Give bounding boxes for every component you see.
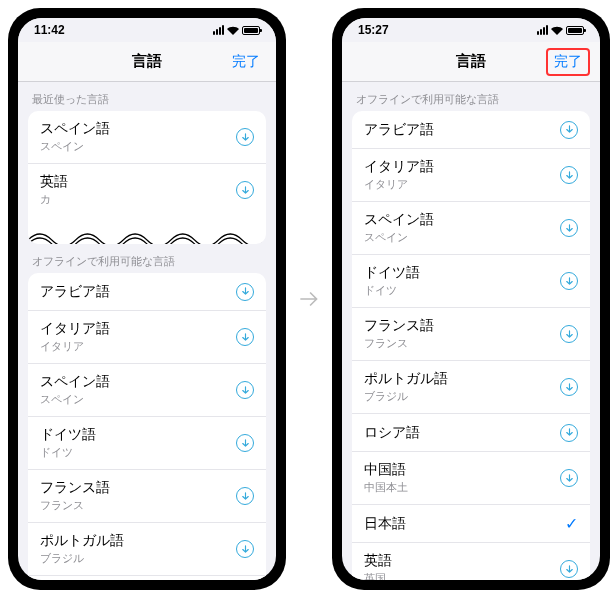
language-name: 日本語	[364, 515, 406, 533]
language-name: ドイツ語	[40, 426, 96, 444]
language-row[interactable]: アラビア語	[352, 111, 590, 149]
language-name: イタリア語	[40, 320, 110, 338]
signal-icon	[537, 25, 548, 35]
language-row[interactable]: 中国語中国本土	[352, 452, 590, 505]
language-name: 英語	[40, 173, 68, 191]
language-sub: ドイツ	[364, 283, 420, 298]
language-row[interactable]: ロシア語	[352, 414, 590, 452]
nav-title: 言語	[456, 52, 486, 71]
section-offline-header: オフラインで利用可能な言語	[18, 244, 276, 273]
download-icon[interactable]	[236, 540, 254, 558]
language-row[interactable]: ドイツ語ドイツ	[28, 417, 266, 470]
phone-left: 11:42 言語 完了 最近使った言語 スペイン語スペイン英語カ オフラインで利…	[8, 8, 286, 590]
download-icon[interactable]	[560, 469, 578, 487]
download-icon[interactable]	[560, 166, 578, 184]
language-row[interactable]: 英語カ	[28, 164, 266, 216]
language-sub: 英国	[364, 571, 392, 580]
language-row[interactable]: イタリア語イタリア	[28, 311, 266, 364]
language-row[interactable]: 英語英国	[352, 543, 590, 580]
download-icon[interactable]	[236, 487, 254, 505]
language-name: スペイン語	[364, 211, 434, 229]
nav-bar: 言語 完了	[342, 42, 600, 82]
done-button[interactable]: 完了	[226, 50, 266, 74]
wifi-icon	[551, 26, 563, 35]
language-sub: スペイン	[40, 139, 110, 154]
download-icon[interactable]	[560, 219, 578, 237]
signal-icon	[213, 25, 224, 35]
language-row[interactable]: ポルトガル語ブラジル	[352, 361, 590, 414]
language-name: ロシア語	[364, 424, 420, 442]
language-sub: スペイン	[40, 392, 110, 407]
status-bar: 11:42	[18, 18, 276, 42]
section-recent-header: 最近使った言語	[18, 82, 276, 111]
done-button[interactable]: 完了	[546, 48, 590, 76]
language-row[interactable]: ロシア語	[28, 576, 266, 580]
language-sub: スペイン	[364, 230, 434, 245]
download-icon[interactable]	[560, 121, 578, 139]
language-name: ドイツ語	[364, 264, 420, 282]
language-row[interactable]: ポルトガル語ブラジル	[28, 523, 266, 576]
nav-bar: 言語 完了	[18, 42, 276, 82]
language-row[interactable]: 日本語✓	[352, 505, 590, 543]
download-icon[interactable]	[236, 283, 254, 301]
language-sub: イタリア	[364, 177, 434, 192]
download-icon[interactable]	[560, 424, 578, 442]
language-sub: イタリア	[40, 339, 110, 354]
language-name: イタリア語	[364, 158, 434, 176]
language-sub: カ	[40, 192, 68, 207]
download-icon[interactable]	[236, 434, 254, 452]
time: 15:27	[358, 23, 389, 37]
language-sub: ブラジル	[364, 389, 448, 404]
status-bar: 15:27	[342, 18, 600, 42]
language-sub: ドイツ	[40, 445, 96, 460]
time: 11:42	[34, 23, 65, 37]
battery-icon	[566, 26, 584, 35]
battery-icon	[242, 26, 260, 35]
language-name: フランス語	[364, 317, 434, 335]
language-sub: フランス	[40, 498, 110, 513]
language-name: ポルトガル語	[40, 532, 124, 550]
download-icon[interactable]	[236, 381, 254, 399]
check-icon: ✓	[565, 514, 578, 533]
language-row[interactable]: スペイン語スペイン	[28, 364, 266, 417]
download-icon[interactable]	[560, 378, 578, 396]
language-row[interactable]: フランス語フランス	[28, 470, 266, 523]
nav-title: 言語	[132, 52, 162, 71]
download-icon[interactable]	[236, 328, 254, 346]
section-offline-header: オフラインで利用可能な言語	[342, 82, 600, 111]
language-sub: ブラジル	[40, 551, 124, 566]
download-icon[interactable]	[560, 325, 578, 343]
language-name: スペイン語	[40, 373, 110, 391]
torn-divider	[28, 216, 266, 244]
phone-right: 15:27 言語 完了 オフラインで利用可能な言語 アラビア語イタリア語イタリア…	[332, 8, 610, 590]
language-name: アラビア語	[40, 283, 110, 301]
wifi-icon	[227, 26, 239, 35]
language-row[interactable]: アラビア語	[28, 273, 266, 311]
language-row[interactable]: ドイツ語ドイツ	[352, 255, 590, 308]
language-sub: フランス	[364, 336, 434, 351]
language-row[interactable]: スペイン語スペイン	[352, 202, 590, 255]
language-name: スペイン語	[40, 120, 110, 138]
language-name: ポルトガル語	[364, 370, 448, 388]
language-row[interactable]: イタリア語イタリア	[352, 149, 590, 202]
download-icon[interactable]	[560, 272, 578, 290]
transition-arrow-icon	[294, 286, 324, 312]
download-icon[interactable]	[560, 560, 578, 578]
language-name: 英語	[364, 552, 392, 570]
language-name: フランス語	[40, 479, 110, 497]
language-name: 中国語	[364, 461, 408, 479]
language-row[interactable]: スペイン語スペイン	[28, 111, 266, 164]
download-icon[interactable]	[236, 181, 254, 199]
language-name: アラビア語	[364, 121, 434, 139]
download-icon[interactable]	[236, 128, 254, 146]
language-sub: 中国本土	[364, 480, 408, 495]
language-row[interactable]: フランス語フランス	[352, 308, 590, 361]
